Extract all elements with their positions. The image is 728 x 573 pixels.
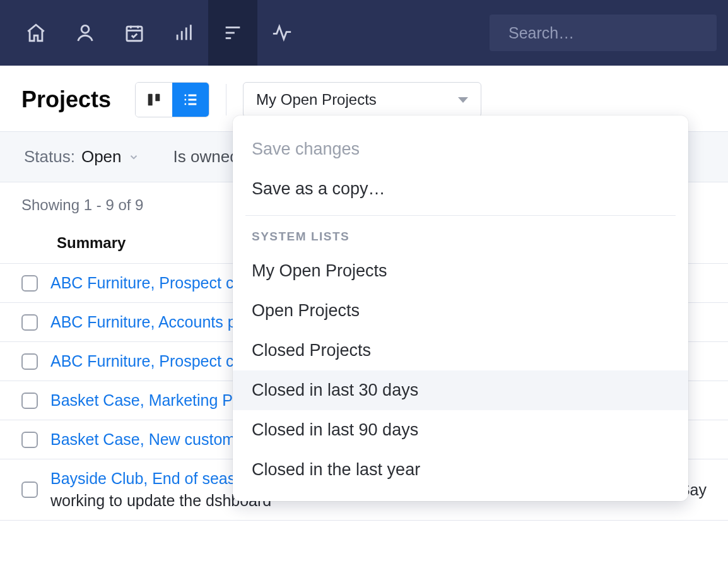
- row-checkbox[interactable]: [21, 432, 38, 448]
- system-list-option[interactable]: Open Projects: [233, 291, 688, 331]
- row-summary-cell: ABC Furniture, Prospect c: [50, 274, 233, 292]
- chevron-down-icon: [458, 97, 468, 103]
- save-changes-option: Save changes: [233, 129, 688, 169]
- save-as-copy-option[interactable]: Save as a copy…: [233, 169, 688, 209]
- row-checkbox[interactable]: [21, 481, 38, 498]
- svg-point-5: [185, 95, 187, 97]
- svg-rect-1: [127, 27, 142, 41]
- nav-activity[interactable]: [257, 0, 307, 66]
- person-icon: [74, 22, 96, 44]
- row-checkbox[interactable]: [21, 393, 38, 409]
- row-summary-link[interactable]: ABC Furniture, Prospect c: [50, 274, 233, 292]
- system-list-option[interactable]: Closed in last 30 days: [233, 370, 688, 410]
- filter-status-label: Status:: [24, 147, 75, 167]
- list-selector-dropdown: Save changes Save as a copy… SYSTEM LIST…: [233, 115, 688, 501]
- filter-status-value: Open: [81, 147, 122, 167]
- global-search[interactable]: [490, 15, 717, 51]
- filter-owned[interactable]: Is owned: [173, 147, 239, 167]
- nav-icon-group: [11, 0, 307, 66]
- row-summary-link[interactable]: Basket Case, New custom: [50, 430, 235, 449]
- system-list-option[interactable]: Closed in the last year: [233, 450, 688, 490]
- row-summary-cell: ABC Furniture, Prospect c: [50, 352, 233, 370]
- board-view-button[interactable]: [136, 83, 172, 117]
- nav-reports[interactable]: [159, 0, 208, 66]
- column-summary[interactable]: Summary: [57, 234, 126, 252]
- chevron-down-icon: [128, 151, 139, 163]
- row-summary-link[interactable]: ABC Furniture, Prospect c: [50, 352, 233, 370]
- system-lists-label: SYSTEM LISTS: [233, 225, 688, 251]
- svg-rect-4: [155, 94, 160, 102]
- home-icon: [25, 22, 47, 44]
- list-icon: [182, 91, 199, 109]
- system-list-option[interactable]: Closed Projects: [233, 331, 688, 370]
- row-summary-cell: Basket Case, New custom: [50, 430, 235, 449]
- filter-status[interactable]: Status: Open: [24, 147, 139, 167]
- svg-point-7: [185, 103, 187, 105]
- nav-calendar[interactable]: [110, 0, 159, 66]
- row-checkbox[interactable]: [21, 314, 38, 331]
- calendar-check-icon: [124, 22, 145, 44]
- system-list-option[interactable]: Closed in last 90 days: [233, 410, 688, 450]
- svg-point-6: [185, 99, 187, 101]
- row-checkbox[interactable]: [21, 353, 38, 370]
- vertical-divider: [226, 84, 226, 115]
- search-input[interactable]: [508, 24, 708, 42]
- nav-people[interactable]: [61, 0, 110, 66]
- row-checkbox[interactable]: [21, 275, 38, 292]
- row-summary-cell: Basket Case, Marketing Pl: [50, 391, 237, 410]
- row-summary-link[interactable]: ABC Furniture, Accounts p: [50, 313, 237, 331]
- nav-home[interactable]: [11, 0, 61, 66]
- list-filter-icon: [222, 22, 244, 44]
- bars-icon: [173, 22, 194, 44]
- system-list-option[interactable]: My Open Projects: [233, 251, 688, 291]
- list-selector-value: My Open Projects: [256, 91, 377, 109]
- dropdown-divider: [245, 215, 676, 216]
- top-nav: [0, 0, 728, 66]
- board-icon: [145, 91, 163, 109]
- nav-projects[interactable]: [208, 0, 257, 66]
- svg-rect-3: [148, 94, 153, 106]
- list-selector[interactable]: My Open Projects: [243, 82, 481, 117]
- row-summary-cell: ABC Furniture, Accounts p: [50, 313, 237, 331]
- page-title: Projects: [21, 86, 111, 113]
- view-toggle: [135, 82, 209, 117]
- list-view-button[interactable]: [172, 83, 209, 117]
- row-summary-link[interactable]: Basket Case, Marketing Pl: [50, 391, 237, 410]
- svg-point-0: [81, 25, 89, 33]
- activity-icon: [271, 22, 293, 44]
